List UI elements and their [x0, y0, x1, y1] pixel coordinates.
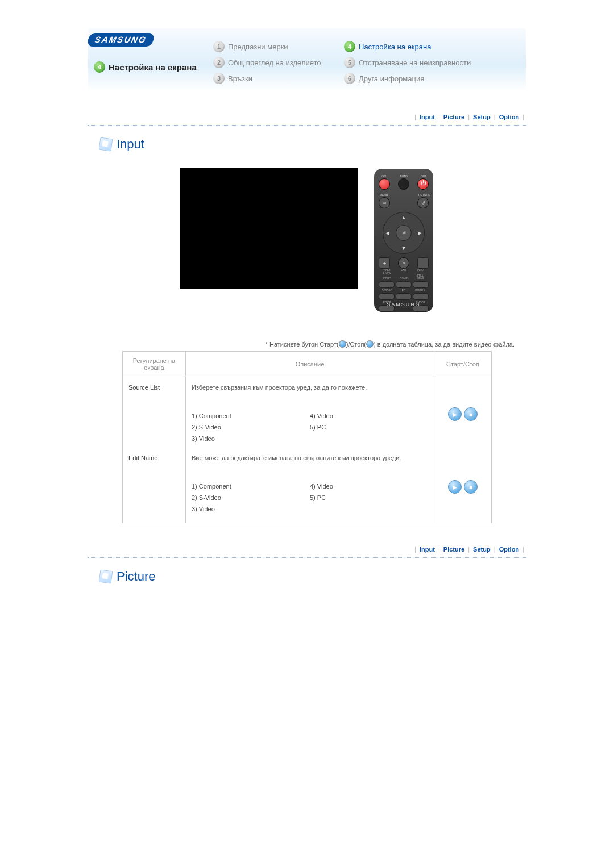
nav-label: Отстраняване на неизправности — [359, 59, 471, 67]
settings-table: Регулиране на екрана Описание Старт/Стоп… — [122, 351, 492, 523]
remote-dpad: ▲▼◀▶ ⏎ — [383, 212, 425, 254]
nav-number-icon: 3 — [213, 73, 225, 84]
subnav-picture[interactable]: Picture — [443, 546, 464, 553]
list-item: 3) Video — [192, 433, 310, 444]
list-item: 2) S-Video — [192, 492, 310, 503]
section-title-text: Picture — [117, 569, 155, 584]
section-title-text: Input — [117, 137, 144, 152]
section-icon — [99, 137, 113, 152]
brand-logo: SAMSUNG — [88, 33, 154, 47]
subnav-setup[interactable]: Setup — [473, 546, 491, 553]
nav-item-5[interactable]: 5 Отстраняване на неизправности — [344, 55, 475, 70]
section-heading-input: Input — [99, 137, 526, 152]
divider — [88, 557, 526, 558]
nav-number-icon: 1 — [213, 41, 225, 52]
table-row: Source List Изберете свързания към проек… — [123, 377, 492, 395]
hero-row: ONAUTOOFF ⏻ MENURETURN ▭ ↺ ▲▼◀▶ ⏎ ＋ ⇲ V. — [88, 169, 526, 312]
stop-button[interactable]: ■ — [464, 407, 478, 421]
nav-number-icon: 2 — [213, 57, 225, 68]
subnav-option[interactable]: Option — [499, 546, 519, 553]
subnav-picture[interactable]: Picture — [443, 114, 464, 120]
remote-brand-label: SAMSUNG — [374, 302, 433, 307]
list-item: 2) S-Video — [192, 422, 310, 433]
th-ctrl: Старт/Стоп — [434, 352, 492, 377]
nav-label: Друга информация — [359, 74, 424, 83]
row-name: Edit Name — [123, 448, 186, 523]
list-item: 4) Video — [310, 481, 428, 492]
row-name: Source List — [123, 377, 186, 448]
section-heading-picture: Picture — [99, 569, 526, 584]
remote-on-button — [379, 178, 390, 190]
divider — [88, 125, 526, 126]
list-item: 5) PC — [310, 492, 428, 503]
remote-return-button: ↺ — [417, 197, 429, 208]
row-desc: Изберете свързания към проектора уред, з… — [186, 377, 434, 395]
subnav-input[interactable]: Input — [420, 114, 435, 120]
subnav-option[interactable]: Option — [499, 114, 519, 120]
sub-nav: | Input | Picture | Setup | Option | — [88, 114, 526, 120]
row-desc: Вие може да редактирате имената на свърз… — [186, 448, 434, 465]
subnav-setup[interactable]: Setup — [473, 114, 491, 120]
remote-exit-button: ⇲ — [398, 257, 409, 269]
list-item: 1) Component — [192, 481, 310, 492]
active-section-badge: 4 Настройка на екрана — [94, 61, 197, 73]
stop-dot-icon — [366, 340, 374, 348]
remote-off-button: ⏻ — [417, 178, 429, 190]
remote-control-image: ONAUTOOFF ⏻ MENURETURN ▭ ↺ ▲▼◀▶ ⏎ ＋ ⇲ V. — [374, 169, 433, 312]
nav-item-2[interactable]: 2 Общ преглед на изделието — [213, 55, 344, 70]
nav-item-3[interactable]: 3 Връзки — [213, 70, 344, 86]
list-item: 1) Component — [192, 410, 310, 422]
th-desc: Описание — [186, 352, 434, 377]
badge-number-icon: 4 — [94, 61, 105, 73]
nav-item-6[interactable]: 6 Друга информация — [344, 70, 475, 86]
section-icon — [99, 570, 113, 584]
nav-label: Настройка на екрана — [359, 43, 431, 51]
remote-auto-button — [398, 178, 409, 190]
remote-vkeystone-button: ＋ — [379, 257, 390, 269]
list-item: 5) PC — [310, 422, 428, 433]
nav-label: Връзки — [228, 74, 252, 83]
nav-number-icon: 5 — [344, 57, 355, 68]
active-section-title: Настройка на екрана — [109, 62, 197, 72]
remote-info-button — [417, 257, 429, 269]
nav-item-4[interactable]: 4 Настройка на екрана — [344, 39, 475, 55]
nav-number-icon: 6 — [344, 73, 355, 84]
projection-screen-image — [181, 169, 357, 288]
stop-button[interactable]: ■ — [464, 480, 478, 494]
nav-label: Предпазни мерки — [228, 43, 288, 51]
nav-label: Общ преглед на изделието — [228, 59, 321, 67]
instruction-line: * Натиснете бутон Старт()/Стоп() в долна… — [88, 340, 515, 348]
header-banner: SAMSUNG 4 Настройка на екрана 1 Предпазн… — [88, 28, 526, 91]
list-item: 3) Video — [192, 503, 310, 515]
th-name: Регулиране на екрана — [123, 352, 186, 377]
table-row: Edit Name Вие може да редактирате именат… — [123, 448, 492, 465]
subnav-input[interactable]: Input — [420, 546, 435, 553]
nav-number-icon: 4 — [344, 41, 355, 52]
start-dot-icon — [339, 340, 346, 348]
play-button[interactable]: ▶ — [448, 407, 462, 421]
play-button[interactable]: ▶ — [448, 480, 462, 494]
remote-menu-button: ▭ — [379, 197, 390, 208]
top-nav: 1 Предпазни мерки 2 Общ преглед на издел… — [213, 39, 475, 86]
sub-nav: | Input | Picture | Setup | Option | — [88, 546, 526, 553]
nav-item-1[interactable]: 1 Предпазни мерки — [213, 39, 344, 55]
list-item: 4) Video — [310, 410, 428, 422]
